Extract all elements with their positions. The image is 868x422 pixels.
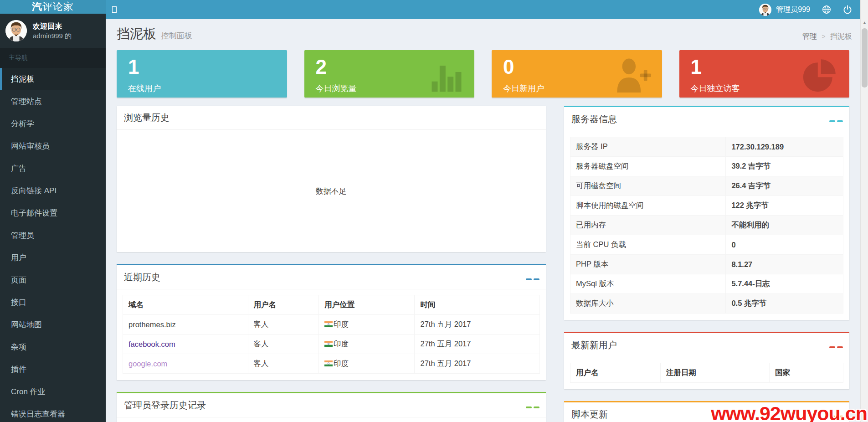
- table-row: 脚本使用的磁盘空间122 兆字节: [570, 196, 843, 216]
- table-row: 当前 CPU 负载0: [570, 235, 843, 255]
- newest-users-table: 用户名 注册日期 国家: [570, 363, 843, 383]
- panel-title: 近期历史: [124, 272, 160, 282]
- panel-title: 浏览量历史: [124, 113, 169, 123]
- col-header-username: 用户名: [570, 363, 661, 383]
- panel-recent-history: 近期历史 域名 用户名 用户位置: [117, 264, 546, 380]
- page-subtitle: 控制面板: [161, 31, 192, 40]
- sidebar-item-website-reviewer[interactable]: 网站审核员: [0, 135, 106, 157]
- sidebar-item-users[interactable]: 用户: [0, 247, 106, 269]
- stat-cards: 1 在线用户 2 今日浏览量 0 今日新用户: [112, 49, 854, 98]
- breadcrumb: 管理 > 挡泥板: [802, 32, 852, 43]
- sidebar-item-email-settings[interactable]: 电子邮件设置: [0, 202, 106, 224]
- table-row: PHP 版本8.1.27: [570, 255, 843, 274]
- brand-logo[interactable]: 汽评论家: [0, 0, 106, 14]
- sidebar-username: admin999 的: [33, 32, 72, 41]
- table-row: 服务器磁盘空间39.2 吉字节: [570, 157, 843, 176]
- breadcrumb-parent[interactable]: 管理: [802, 32, 817, 40]
- sidebar-item-error-log-viewer[interactable]: 错误日志查看器: [0, 403, 106, 422]
- scroll-up-arrow-icon[interactable]: ▲: [862, 20, 868, 25]
- panel-title: 脚本更新: [571, 409, 608, 419]
- col-header-username: 用户名: [248, 295, 319, 315]
- breadcrumb-current: 挡泥板: [830, 32, 852, 40]
- stat-label: 在线用户: [128, 83, 287, 94]
- panel-admin-login-history: 管理员登录历史记录 登录日期 知识产权 国家: [117, 392, 546, 422]
- collapse-dashes-icon[interactable]: [524, 274, 539, 282]
- col-header-user-location: 用户位置: [319, 295, 415, 315]
- sidebar-item-manage-site[interactable]: 管理站点: [0, 90, 106, 113]
- sidebar-item-dashboard[interactable]: 挡泥板: [0, 68, 106, 90]
- page-title: 挡泥板: [117, 26, 156, 41]
- scrollbar-thumb[interactable]: [862, 28, 868, 87]
- topbar-avatar: [759, 4, 771, 16]
- table-row: 可用磁盘空间26.4 吉字节: [570, 176, 843, 196]
- recent-history-table: 域名 用户名 用户位置 时间 prothemes.biz 客人 印度 27th: [123, 295, 540, 374]
- col-header-domain: 域名: [123, 295, 248, 315]
- logout-power-icon[interactable]: [843, 5, 852, 14]
- col-header-register-date: 注册日期: [660, 363, 770, 383]
- brand-rest: 评论家: [42, 1, 74, 12]
- panel-title: 服务器信息: [571, 114, 617, 124]
- col-header-country: 国家: [770, 363, 843, 383]
- sidebar: 汽评论家 欢迎回来 admin999 的: [0, 0, 106, 422]
- sidebar-item-admins[interactable]: 管理员: [0, 224, 106, 247]
- table-row: 服务器 IP172.30.129.189: [570, 137, 843, 157]
- sidebar-item-sitemap[interactable]: 网站地图: [0, 314, 106, 336]
- stat-card-today-new-users: 0 今日新用户: [492, 50, 662, 98]
- india-flag-icon: [324, 320, 333, 329]
- stat-value: 1: [128, 56, 287, 79]
- sidebar-item-ads[interactable]: 广告: [0, 157, 106, 180]
- table-row: google.com 客人 印度 27th 五月 2017: [123, 354, 540, 374]
- user-avatar: [5, 20, 27, 41]
- collapse-dashes-icon[interactable]: [827, 116, 843, 124]
- menu-section-header: 主导航: [0, 48, 106, 68]
- app-window: 汽评论家 欢迎回来 admin999 的: [0, 0, 868, 422]
- panel-title: 最新新用户: [571, 340, 617, 350]
- stat-card-online-users: 1 在线用户: [117, 50, 287, 98]
- collapse-dashes-icon[interactable]: [524, 402, 539, 410]
- pie-chart-icon: [798, 57, 842, 93]
- table-row: 数据库大小0.5 兆字节: [570, 294, 843, 314]
- bar-chart-icon: [423, 57, 467, 93]
- sidebar-user-panel: 欢迎回来 admin999 的: [0, 14, 106, 48]
- page-content: 挡泥板 控制面板 管理 > 挡泥板 1 在线用户 2 今日浏览量: [106, 19, 860, 422]
- panel-newest-users: 最新新用户 用户名 注册日期 国家: [564, 332, 849, 389]
- sidebar-toggle-icon[interactable]: [112, 6, 117, 13]
- welcome-text: 欢迎回来: [33, 21, 72, 32]
- table-row: MySql 版本5.7.44-日志: [570, 274, 843, 294]
- table-row: 已用内存不能利用的: [570, 216, 843, 235]
- topbar: 管理员999: [106, 0, 860, 19]
- user-plus-icon: [611, 57, 655, 93]
- col-header-time: 时间: [415, 295, 540, 315]
- language-globe-icon[interactable]: [822, 5, 831, 14]
- india-flag-icon: [324, 360, 333, 368]
- domain-link[interactable]: prothemes.biz: [128, 320, 176, 329]
- sidebar-item-backlink-api[interactable]: 反向链接 API: [0, 180, 106, 202]
- table-row: facebook.com 客人 印度 27th 五月 2017: [123, 335, 540, 354]
- stat-card-today-views: 2 今日浏览量: [304, 50, 475, 98]
- topbar-user-menu[interactable]: 管理员999: [759, 4, 810, 16]
- sidebar-item-pages[interactable]: 页面: [0, 269, 106, 291]
- panel-server-info: 服务器信息 服务器 IP172.30.129.189 服务器磁盘空间39.2 吉…: [564, 106, 849, 320]
- sidebar-menu: 主导航 挡泥板 管理站点 分析学 网站审核员 广告 反向链接 API 电子邮件设…: [0, 48, 106, 422]
- sidebar-item-cron-jobs[interactable]: Cron 作业: [0, 381, 106, 403]
- india-flag-icon: [324, 340, 333, 349]
- sidebar-item-api[interactable]: 接口: [0, 291, 106, 314]
- sidebar-item-plugins[interactable]: 插件: [0, 358, 106, 381]
- vertical-scrollbar[interactable]: ▲ ▼: [860, 0, 868, 422]
- brand-bold: 汽: [32, 1, 42, 12]
- watermark-text: www.92wuyou.cn: [711, 402, 867, 422]
- topbar-username: 管理员999: [776, 5, 810, 15]
- stat-card-today-unique-visitors: 1 今日独立访客: [679, 50, 850, 98]
- panel-views-history: 浏览量历史 数据不足: [117, 106, 546, 252]
- empty-chart-message: 数据不足: [316, 186, 347, 196]
- domain-link[interactable]: google.com: [128, 360, 167, 368]
- panel-title: 管理员登录历史记录: [124, 400, 206, 410]
- table-row: prothemes.biz 客人 印度 27th 五月 2017: [123, 315, 540, 335]
- domain-link[interactable]: facebook.com: [128, 340, 175, 348]
- sidebar-item-misc[interactable]: 杂项: [0, 336, 106, 358]
- collapse-dashes-icon[interactable]: [827, 342, 843, 350]
- breadcrumb-separator: >: [822, 33, 825, 40]
- server-info-table: 服务器 IP172.30.129.189 服务器磁盘空间39.2 吉字节 可用磁…: [570, 137, 843, 314]
- sidebar-item-analytics[interactable]: 分析学: [0, 113, 106, 135]
